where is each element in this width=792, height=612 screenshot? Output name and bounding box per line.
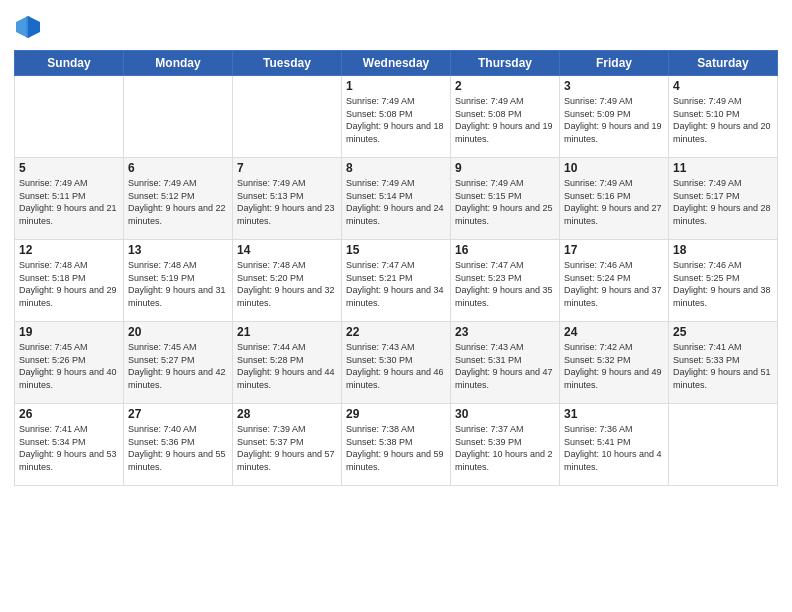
day-number: 9	[455, 161, 555, 175]
day-cell: 9Sunrise: 7:49 AM Sunset: 5:15 PM Daylig…	[451, 158, 560, 240]
day-number: 6	[128, 161, 228, 175]
day-number: 5	[19, 161, 119, 175]
day-cell: 23Sunrise: 7:43 AM Sunset: 5:31 PM Dayli…	[451, 322, 560, 404]
day-info: Sunrise: 7:49 AM Sunset: 5:09 PM Dayligh…	[564, 95, 664, 145]
day-cell: 21Sunrise: 7:44 AM Sunset: 5:28 PM Dayli…	[233, 322, 342, 404]
day-number: 17	[564, 243, 664, 257]
day-info: Sunrise: 7:46 AM Sunset: 5:25 PM Dayligh…	[673, 259, 773, 309]
day-cell: 15Sunrise: 7:47 AM Sunset: 5:21 PM Dayli…	[342, 240, 451, 322]
day-cell: 3Sunrise: 7:49 AM Sunset: 5:09 PM Daylig…	[560, 76, 669, 158]
day-info: Sunrise: 7:49 AM Sunset: 5:10 PM Dayligh…	[673, 95, 773, 145]
day-cell: 31Sunrise: 7:36 AM Sunset: 5:41 PM Dayli…	[560, 404, 669, 486]
day-number: 4	[673, 79, 773, 93]
day-cell: 29Sunrise: 7:38 AM Sunset: 5:38 PM Dayli…	[342, 404, 451, 486]
day-info: Sunrise: 7:41 AM Sunset: 5:33 PM Dayligh…	[673, 341, 773, 391]
day-cell: 14Sunrise: 7:48 AM Sunset: 5:20 PM Dayli…	[233, 240, 342, 322]
page: SundayMondayTuesdayWednesdayThursdayFrid…	[0, 0, 792, 612]
day-number: 8	[346, 161, 446, 175]
day-info: Sunrise: 7:49 AM Sunset: 5:08 PM Dayligh…	[455, 95, 555, 145]
day-info: Sunrise: 7:42 AM Sunset: 5:32 PM Dayligh…	[564, 341, 664, 391]
day-number: 11	[673, 161, 773, 175]
day-number: 30	[455, 407, 555, 421]
day-info: Sunrise: 7:49 AM Sunset: 5:13 PM Dayligh…	[237, 177, 337, 227]
day-cell: 24Sunrise: 7:42 AM Sunset: 5:32 PM Dayli…	[560, 322, 669, 404]
day-cell: 30Sunrise: 7:37 AM Sunset: 5:39 PM Dayli…	[451, 404, 560, 486]
day-info: Sunrise: 7:48 AM Sunset: 5:18 PM Dayligh…	[19, 259, 119, 309]
day-cell: 7Sunrise: 7:49 AM Sunset: 5:13 PM Daylig…	[233, 158, 342, 240]
day-number: 26	[19, 407, 119, 421]
day-info: Sunrise: 7:47 AM Sunset: 5:21 PM Dayligh…	[346, 259, 446, 309]
day-cell	[233, 76, 342, 158]
day-info: Sunrise: 7:38 AM Sunset: 5:38 PM Dayligh…	[346, 423, 446, 473]
day-info: Sunrise: 7:49 AM Sunset: 5:17 PM Dayligh…	[673, 177, 773, 227]
day-info: Sunrise: 7:48 AM Sunset: 5:19 PM Dayligh…	[128, 259, 228, 309]
day-number: 22	[346, 325, 446, 339]
day-number: 15	[346, 243, 446, 257]
day-cell: 2Sunrise: 7:49 AM Sunset: 5:08 PM Daylig…	[451, 76, 560, 158]
day-header-saturday: Saturday	[669, 51, 778, 76]
day-number: 21	[237, 325, 337, 339]
week-row-4: 19Sunrise: 7:45 AM Sunset: 5:26 PM Dayli…	[15, 322, 778, 404]
day-number: 19	[19, 325, 119, 339]
day-cell: 5Sunrise: 7:49 AM Sunset: 5:11 PM Daylig…	[15, 158, 124, 240]
day-number: 16	[455, 243, 555, 257]
day-number: 20	[128, 325, 228, 339]
day-number: 13	[128, 243, 228, 257]
day-cell: 19Sunrise: 7:45 AM Sunset: 5:26 PM Dayli…	[15, 322, 124, 404]
day-cell	[15, 76, 124, 158]
day-cell: 10Sunrise: 7:49 AM Sunset: 5:16 PM Dayli…	[560, 158, 669, 240]
calendar: SundayMondayTuesdayWednesdayThursdayFrid…	[14, 50, 778, 486]
day-number: 28	[237, 407, 337, 421]
day-header-monday: Monday	[124, 51, 233, 76]
day-info: Sunrise: 7:49 AM Sunset: 5:11 PM Dayligh…	[19, 177, 119, 227]
day-info: Sunrise: 7:46 AM Sunset: 5:24 PM Dayligh…	[564, 259, 664, 309]
week-row-2: 5Sunrise: 7:49 AM Sunset: 5:11 PM Daylig…	[15, 158, 778, 240]
day-cell: 8Sunrise: 7:49 AM Sunset: 5:14 PM Daylig…	[342, 158, 451, 240]
day-info: Sunrise: 7:49 AM Sunset: 5:16 PM Dayligh…	[564, 177, 664, 227]
day-cell	[669, 404, 778, 486]
day-number: 12	[19, 243, 119, 257]
day-info: Sunrise: 7:45 AM Sunset: 5:26 PM Dayligh…	[19, 341, 119, 391]
day-header-sunday: Sunday	[15, 51, 124, 76]
day-cell: 11Sunrise: 7:49 AM Sunset: 5:17 PM Dayli…	[669, 158, 778, 240]
day-number: 1	[346, 79, 446, 93]
day-cell: 13Sunrise: 7:48 AM Sunset: 5:19 PM Dayli…	[124, 240, 233, 322]
day-info: Sunrise: 7:49 AM Sunset: 5:15 PM Dayligh…	[455, 177, 555, 227]
day-info: Sunrise: 7:49 AM Sunset: 5:08 PM Dayligh…	[346, 95, 446, 145]
day-number: 10	[564, 161, 664, 175]
day-cell: 4Sunrise: 7:49 AM Sunset: 5:10 PM Daylig…	[669, 76, 778, 158]
day-info: Sunrise: 7:44 AM Sunset: 5:28 PM Dayligh…	[237, 341, 337, 391]
day-cell	[124, 76, 233, 158]
day-number: 24	[564, 325, 664, 339]
day-cell: 1Sunrise: 7:49 AM Sunset: 5:08 PM Daylig…	[342, 76, 451, 158]
day-cell: 22Sunrise: 7:43 AM Sunset: 5:30 PM Dayli…	[342, 322, 451, 404]
day-header-friday: Friday	[560, 51, 669, 76]
day-number: 3	[564, 79, 664, 93]
day-cell: 12Sunrise: 7:48 AM Sunset: 5:18 PM Dayli…	[15, 240, 124, 322]
day-cell: 6Sunrise: 7:49 AM Sunset: 5:12 PM Daylig…	[124, 158, 233, 240]
day-cell: 20Sunrise: 7:45 AM Sunset: 5:27 PM Dayli…	[124, 322, 233, 404]
day-number: 2	[455, 79, 555, 93]
day-cell: 28Sunrise: 7:39 AM Sunset: 5:37 PM Dayli…	[233, 404, 342, 486]
day-info: Sunrise: 7:39 AM Sunset: 5:37 PM Dayligh…	[237, 423, 337, 473]
day-info: Sunrise: 7:40 AM Sunset: 5:36 PM Dayligh…	[128, 423, 228, 473]
svg-rect-3	[26, 16, 30, 38]
day-header-thursday: Thursday	[451, 51, 560, 76]
day-info: Sunrise: 7:43 AM Sunset: 5:31 PM Dayligh…	[455, 341, 555, 391]
day-info: Sunrise: 7:49 AM Sunset: 5:12 PM Dayligh…	[128, 177, 228, 227]
calendar-header-row: SundayMondayTuesdayWednesdayThursdayFrid…	[15, 51, 778, 76]
logo-icon	[14, 14, 42, 42]
day-info: Sunrise: 7:47 AM Sunset: 5:23 PM Dayligh…	[455, 259, 555, 309]
day-cell: 25Sunrise: 7:41 AM Sunset: 5:33 PM Dayli…	[669, 322, 778, 404]
week-row-5: 26Sunrise: 7:41 AM Sunset: 5:34 PM Dayli…	[15, 404, 778, 486]
day-number: 29	[346, 407, 446, 421]
logo	[14, 14, 46, 42]
day-info: Sunrise: 7:41 AM Sunset: 5:34 PM Dayligh…	[19, 423, 119, 473]
day-number: 7	[237, 161, 337, 175]
day-number: 14	[237, 243, 337, 257]
day-header-tuesday: Tuesday	[233, 51, 342, 76]
day-info: Sunrise: 7:45 AM Sunset: 5:27 PM Dayligh…	[128, 341, 228, 391]
day-info: Sunrise: 7:43 AM Sunset: 5:30 PM Dayligh…	[346, 341, 446, 391]
day-number: 31	[564, 407, 664, 421]
day-header-wednesday: Wednesday	[342, 51, 451, 76]
